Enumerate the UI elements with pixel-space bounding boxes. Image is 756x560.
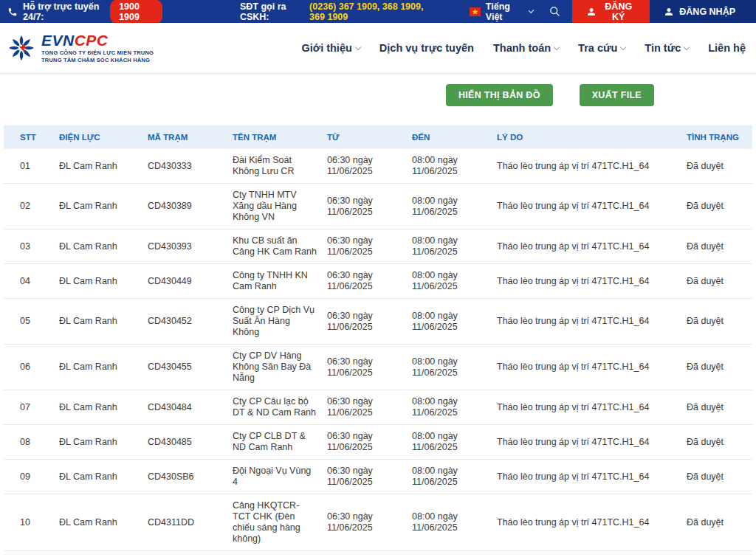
cell-tinh-trang: Đã duyệt [687, 425, 752, 460]
cell-dien-luc: ĐL Cam Ranh [59, 184, 148, 229]
column-header-tinh-trang: TÌNH TRẠNG [687, 125, 752, 149]
chevron-down-icon [554, 44, 560, 49]
nav-item-label: Thanh toán [493, 42, 551, 54]
table-row: 08ĐL Cam RanhCD430485Cty CP CLB DT & ND … [4, 425, 752, 460]
cell-tu: 06:30 ngày 11/06/2025 [327, 229, 412, 264]
table-row: 09ĐL Cam RanhCD430SB6Đội Ngoại Vụ Vùng 4… [4, 460, 752, 494]
outage-table: STTĐIỆN LỰCMÃ TRẠMTÊN TRẠMTỪĐẾNLÝ DOTÌNH… [4, 125, 752, 551]
chevron-down-icon [355, 44, 361, 49]
cell-stt: 06 [4, 345, 59, 390]
hotline-badge[interactable]: 1900 1909 [110, 0, 162, 24]
cell-ma-tram: CD430484 [148, 390, 233, 425]
nav-item-5[interactable]: Liên hệ [708, 42, 746, 54]
cell-den: 08:00 ngày 11/06/2025 [412, 460, 497, 494]
brand-cpc: CPC [75, 32, 109, 49]
cskh-label: SĐT gọi ra CSKH: [240, 1, 305, 22]
actions-row: HIỂN THỊ BẢN ĐỒ XUẤT FILE [0, 84, 756, 106]
nav-item-label: Giới thiệu [302, 42, 352, 54]
table-row: 02ĐL Cam RanhCD430389Cty TNHH MTV Xăng d… [4, 184, 752, 229]
chevron-down-icon [684, 44, 690, 49]
column-header-tu: TỪ [327, 125, 412, 149]
nav-item-4[interactable]: Tin tức [645, 42, 689, 54]
cell-ma-tram: CD430449 [148, 264, 233, 299]
table-row: 07ĐL Cam RanhCD430484Cty CP Câu lạc bộ D… [4, 390, 752, 425]
cell-ma-tram: CD430485 [148, 425, 233, 460]
table-row: 03ĐL Cam RanhCD430393Khu CB suất ăn Cảng… [4, 229, 752, 264]
cell-ly-do: Tháo lèo trung áp vị trí 471TC.H1_64 [497, 345, 687, 390]
nav-item-3[interactable]: Tra cứu [578, 42, 625, 54]
cell-dien-luc: ĐL Cam Ranh [59, 149, 148, 184]
cell-stt: 08 [4, 425, 59, 460]
table-row: 05ĐL Cam RanhCD430452Công ty CP Dịch Vụ … [4, 299, 752, 345]
cell-ly-do: Tháo lèo trung áp vị trí 471TC.H1_64 [497, 184, 687, 229]
cell-tinh-trang: Đã duyệt [687, 229, 752, 264]
evncpc-logo[interactable]: EVNCPC TỔNG CÔNG TY ĐIỆN LỰC MIỀN TRUNG … [7, 32, 154, 63]
column-header-stt: STT [4, 125, 59, 149]
cell-dien-luc: ĐL Cam Ranh [59, 264, 148, 299]
cell-den: 08:00 ngày 11/06/2025 [412, 229, 497, 264]
search-button[interactable] [549, 6, 560, 17]
show-map-button[interactable]: HIỂN THỊ BẢN ĐỒ [446, 84, 553, 106]
cell-tinh-trang: Đã duyệt [687, 494, 752, 551]
cell-tu: 06:30 ngày 11/06/2025 [327, 184, 412, 229]
cell-tu: 06:30 ngày 11/06/2025 [327, 390, 412, 425]
cell-ma-tram: CD430333 [148, 149, 233, 184]
cell-tinh-trang: Đã duyệt [687, 390, 752, 425]
cell-ly-do: Tháo lèo trung áp vị trí 471TC.H1_64 [497, 264, 687, 299]
cell-ten-tram: Cty CP Câu lạc bộ DT & ND Cam Ranh [233, 390, 327, 425]
cell-ma-tram: CD430393 [148, 229, 233, 264]
register-button[interactable]: ĐĂNG KÝ [572, 0, 650, 23]
cell-ly-do: Tháo lèo trung áp vị trí 471TC.H1_64 [497, 390, 687, 425]
table-header-row: STTĐIỆN LỰCMÃ TRẠMTÊN TRẠMTỪĐẾNLÝ DOTÌNH… [4, 125, 752, 149]
cell-stt: 10 [4, 494, 59, 551]
cell-ten-tram: Đội Ngoại Vụ Vùng 4 [233, 460, 327, 494]
cell-den: 08:00 ngày 11/06/2025 [412, 299, 497, 345]
column-header-dien-luc: ĐIỆN LỰC [59, 125, 148, 149]
cell-den: 08:00 ngày 11/06/2025 [412, 494, 497, 551]
cell-dien-luc: ĐL Cam Ranh [59, 425, 148, 460]
cell-den: 08:00 ngày 11/06/2025 [412, 425, 497, 460]
support-hotline-group: Hỗ trợ trực tuyến 24/7: 1900 1909 [0, 0, 162, 24]
company-line1: TỔNG CÔNG TY ĐIỆN LỰC MIỀN TRUNG [41, 50, 154, 56]
cell-ma-tram: CD4311DD [148, 494, 233, 551]
cell-tu: 06:30 ngày 11/06/2025 [327, 264, 412, 299]
nav-item-0[interactable]: Giới thiệu [302, 42, 360, 54]
cell-tu: 06:30 ngày 11/06/2025 [327, 425, 412, 460]
nav-item-2[interactable]: Thanh toán [493, 42, 559, 54]
cell-den: 08:00 ngày 11/06/2025 [412, 149, 497, 184]
column-header-den: ĐẾN [412, 125, 497, 149]
cell-den: 08:00 ngày 11/06/2025 [412, 184, 497, 229]
cell-den: 08:00 ngày 11/06/2025 [412, 264, 497, 299]
login-label: ĐĂNG NHẬP [679, 7, 735, 17]
cell-dien-luc: ĐL Cam Ranh [59, 390, 148, 425]
language-selector[interactable]: ★ Tiếng Việt [470, 1, 533, 22]
nav-item-1[interactable]: Dịch vụ trực tuyến [379, 42, 474, 54]
nav-item-label: Tin tức [645, 42, 681, 54]
site-header: EVNCPC TỔNG CÔNG TY ĐIỆN LỰC MIỀN TRUNG … [0, 23, 756, 74]
cell-tinh-trang: Đã duyệt [687, 460, 752, 494]
cell-ly-do: Tháo lèo trung áp vị trí 471TC.H1_64 [497, 229, 687, 264]
cell-ten-tram: Công ty CP Dịch Vụ Suất Ăn Hàng Không [233, 299, 327, 345]
phone-icon [7, 7, 18, 17]
cell-dien-luc: ĐL Cam Ranh [59, 345, 148, 390]
search-icon [549, 6, 560, 17]
user-icon [587, 7, 596, 16]
cell-dien-luc: ĐL Cam Ranh [59, 460, 148, 494]
cell-stt: 01 [4, 149, 59, 184]
column-header-ten-tram: TÊN TRẠM [233, 125, 327, 149]
login-button[interactable]: ĐĂNG NHẬP [650, 0, 756, 23]
cell-stt: 04 [4, 264, 59, 299]
cell-ma-tram: CD430455 [148, 345, 233, 390]
export-file-button[interactable]: XUẤT FILE [580, 84, 654, 106]
evn-logo-icon [7, 34, 35, 62]
cell-stt: 05 [4, 299, 59, 345]
cell-ly-do: Tháo lèo trung áp vị trí 471TC.H1_64 [497, 425, 687, 460]
table-row: 06ĐL Cam RanhCD430455Cty CP DV Hàng Khôn… [4, 345, 752, 390]
cell-dien-luc: ĐL Cam Ranh [59, 494, 148, 551]
nav-item-label: Liên hệ [708, 42, 746, 54]
cell-tu: 06:30 ngày 11/06/2025 [327, 345, 412, 390]
company-line2: TRUNG TÂM CHĂM SÓC KHÁCH HÀNG [41, 58, 154, 63]
table-row: 01ĐL Cam RanhCD430333Đài Kiểm Soát Không… [4, 149, 752, 184]
language-label: Tiếng Việt [486, 1, 520, 22]
cell-ma-tram: CD430452 [148, 299, 233, 345]
